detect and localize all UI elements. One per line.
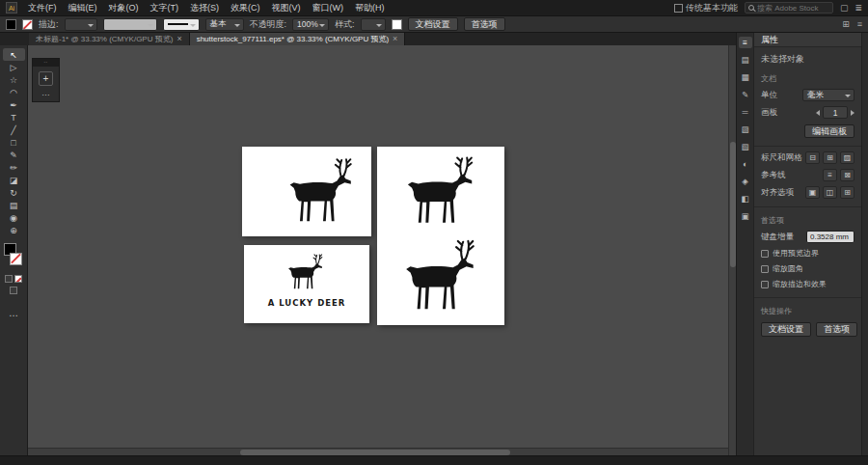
flyout-more-icon[interactable]: …: [33, 88, 59, 97]
close-tab-icon[interactable]: ×: [393, 35, 397, 43]
draw-mode-icon[interactable]: [10, 287, 17, 294]
unit-select[interactable]: 毫米: [802, 89, 854, 101]
document-section-label: 文档: [761, 73, 854, 84]
canvas[interactable]: A LUCKY DEER: [28, 45, 736, 455]
menu-type[interactable]: 文字(T): [146, 2, 184, 14]
fill-color-swatch[interactable]: [6, 19, 16, 30]
opacity-select[interactable]: 100%: [292, 18, 329, 31]
workspace-switcher[interactable]: 传统基本功能: [674, 2, 738, 14]
menu-object[interactable]: 对象(O): [104, 2, 144, 14]
graphic-styles-panel-icon[interactable]: ◈: [739, 176, 752, 187]
style-preview-swatch[interactable]: [392, 19, 402, 30]
scale-corners-checkbox[interactable]: [761, 265, 769, 273]
stroke-width-select[interactable]: [65, 18, 97, 31]
deer-artwork[interactable]: [285, 154, 362, 228]
menu-edit[interactable]: 编辑(E): [64, 2, 102, 14]
pencil-tool[interactable]: ✏: [3, 161, 25, 174]
swatches-panel-icon[interactable]: ▦: [739, 71, 752, 83]
preview-bounds-checkbox[interactable]: [761, 250, 769, 258]
menu-effect[interactable]: 效果(C): [226, 2, 265, 14]
artboard-3[interactable]: A LUCKY DEER: [244, 245, 369, 323]
horizontal-scrollbar[interactable]: [28, 448, 728, 455]
appearance-basic-select[interactable]: 基本: [205, 18, 244, 31]
snap-grid-icon[interactable]: ⊞: [840, 186, 854, 199]
arrange-documents-icon[interactable]: ▢: [840, 3, 849, 13]
pen-tool[interactable]: ✒: [3, 98, 25, 111]
snap-point-icon[interactable]: ◫: [823, 186, 837, 199]
control-panel-menu-icon[interactable]: ≡: [857, 19, 862, 29]
search-input[interactable]: [757, 4, 829, 13]
document-setup-button[interactable]: 文档设置: [408, 17, 458, 31]
show-grid-icon[interactable]: ⊞: [823, 151, 837, 164]
eyedropper-tool[interactable]: ◉: [3, 211, 25, 224]
tab-untitled-1[interactable]: 未标题-1* @ 33.33% (CMYK/GPU 预览) ×: [29, 33, 190, 45]
edit-toolbar-icon[interactable]: …: [9, 308, 18, 318]
next-artboard-icon[interactable]: [851, 110, 854, 116]
type-tool[interactable]: T: [3, 111, 25, 123]
show-guides-icon[interactable]: ≡: [823, 169, 837, 181]
width-profile-select[interactable]: [163, 18, 200, 31]
menu-help[interactable]: 帮助(H): [350, 2, 390, 14]
paintbrush-tool[interactable]: ✎: [3, 149, 25, 161]
qa-preferences-button[interactable]: 首选项: [816, 322, 857, 337]
deer-artwork[interactable]: [400, 235, 485, 316]
edit-artboards-button[interactable]: 编辑画板: [804, 124, 854, 138]
stroke-color-swatch[interactable]: [22, 19, 33, 30]
artboard-number-field[interactable]: 1: [823, 106, 848, 119]
deer-artwork[interactable]: [285, 252, 328, 292]
eraser-tool[interactable]: ◪: [3, 174, 25, 186]
selection-tool[interactable]: ↖: [3, 48, 25, 61]
panel-grip-icon[interactable]: ∙∙: [33, 59, 59, 67]
graphic-style-select[interactable]: [361, 18, 386, 31]
stroke-panel-icon[interactable]: ═: [739, 106, 752, 118]
appearance-panel-icon[interactable]: ◐: [739, 158, 752, 170]
quick-actions-label: 快捷操作: [761, 306, 854, 316]
direct-selection-tool[interactable]: ▷: [3, 61, 25, 73]
scale-strokes-effects-checkbox[interactable]: [761, 281, 769, 288]
scale-strokes-effects-label: 缩放描边和效果: [773, 279, 827, 289]
preferences-button[interactable]: 首选项: [464, 17, 505, 31]
layers-panel-icon[interactable]: ◧: [739, 193, 752, 205]
color-panel-icon[interactable]: ▤: [739, 54, 752, 66]
color-mode-icon[interactable]: [5, 275, 13, 283]
control-grid-icon[interactable]: ⊞: [842, 19, 850, 29]
snap-pixel-icon[interactable]: ▣: [805, 186, 820, 199]
zoom-tool[interactable]: ⊕: [3, 224, 25, 236]
keyboard-increment-input[interactable]: [806, 231, 854, 243]
deer-artwork[interactable]: [402, 152, 483, 230]
vertical-scrollbar[interactable]: [728, 45, 736, 455]
tab-shutterstock[interactable]: shutterstock_977111.eps* @ 33.33% (CMYK/…: [190, 33, 406, 45]
menu-file[interactable]: 文件(F): [23, 2, 62, 14]
stroke-swatch[interactable]: [10, 253, 22, 265]
magic-wand-tool[interactable]: ☆: [3, 73, 25, 86]
add-tool-button[interactable]: +: [39, 71, 53, 86]
transparency-grid-icon[interactable]: ▨: [840, 151, 854, 164]
libraries-panel-icon[interactable]: ▣: [739, 210, 752, 222]
dock-edge-strip[interactable]: [861, 33, 868, 455]
close-tab-icon[interactable]: ×: [176, 35, 181, 43]
line-tool[interactable]: ╱: [3, 123, 25, 136]
gradient-panel-icon[interactable]: ▨: [739, 123, 752, 135]
gradient-tool[interactable]: ▤: [3, 199, 25, 211]
rotate-tool[interactable]: ↻: [3, 186, 25, 199]
illustrator-window: Ai 文件(F) 编辑(E) 对象(O) 文字(T) 选择(S) 效果(C) 视…: [0, 0, 868, 465]
menu-window[interactable]: 窗口(W): [308, 2, 349, 14]
properties-panel-icon[interactable]: ≡: [739, 37, 752, 48]
qa-document-setup-button[interactable]: 文档设置: [761, 322, 811, 337]
deer-caption-text[interactable]: A LUCKY DEER: [244, 298, 369, 308]
menu-select[interactable]: 选择(S): [185, 2, 224, 14]
artboard-1[interactable]: [242, 147, 371, 236]
app-menu-icon[interactable]: ≣: [854, 3, 862, 13]
brush-definition-select[interactable]: [103, 18, 157, 31]
show-rulers-icon[interactable]: ⊟: [805, 151, 820, 164]
artboard-2[interactable]: [377, 147, 504, 325]
none-color-icon[interactable]: [14, 275, 22, 283]
prev-artboard-icon[interactable]: [816, 110, 820, 116]
lasso-tool[interactable]: ◠: [3, 86, 25, 98]
menu-view[interactable]: 视图(V): [267, 2, 306, 14]
rectangle-tool[interactable]: □: [3, 136, 25, 149]
brushes-panel-icon[interactable]: ✎: [739, 89, 752, 100]
lock-guides-icon[interactable]: ⊠: [840, 169, 854, 181]
properties-tab[interactable]: 属性: [754, 33, 861, 47]
transparency-panel-icon[interactable]: ▧: [739, 141, 752, 152]
